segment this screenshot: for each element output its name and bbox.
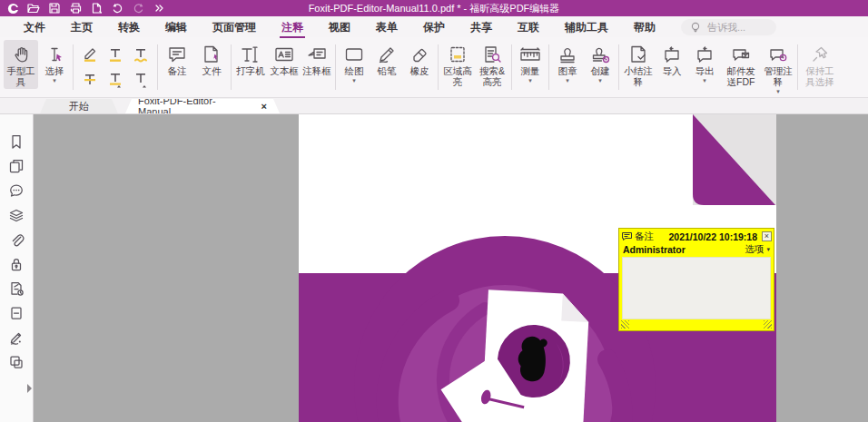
rectangle-shape-icon <box>343 43 365 66</box>
menu-tab-home[interactable]: 主页 <box>58 17 105 37</box>
callout-button[interactable]: 注释框 <box>301 40 333 78</box>
search-highlight-button[interactable]: 搜索&高亮 <box>475 40 509 89</box>
menu-tab-help[interactable]: 帮助 <box>621 17 668 37</box>
manage-comments-button[interactable]: 管理注释 <box>761 40 795 95</box>
file-attachment-comment-label: 文件 <box>202 66 222 77</box>
typewriter-button[interactable]: 打字机 <box>233 40 268 78</box>
redo-button[interactable] <box>131 2 145 15</box>
ribbon-separator <box>157 44 158 90</box>
ribbon-separator <box>335 44 336 90</box>
textbox-button[interactable]: 文本框 <box>268 40 301 78</box>
search-input[interactable] <box>705 21 767 34</box>
drawing-button[interactable]: 绘图 <box>338 40 370 84</box>
mail-fdf-bubble-icon <box>730 43 752 66</box>
select-tool-button[interactable]: 选择 <box>38 40 71 84</box>
menu-tab-comment[interactable]: 注释 <box>269 17 316 37</box>
email-fdf-button[interactable]: 邮件发送FDF <box>721 40 761 89</box>
content-area: 备注 2021/10/22 10:19:18 × Administrator 选… <box>0 114 868 422</box>
sidebar-item-destinations[interactable] <box>5 304 27 322</box>
note-comment-button[interactable]: 备注 <box>160 40 194 78</box>
tab-start-label: 开始 <box>69 100 89 113</box>
menu-tab-edit[interactable]: 编辑 <box>153 17 200 37</box>
sticky-note-popup[interactable]: 备注 2021/10/22 10:19:18 × Administrator 选… <box>618 228 774 331</box>
note-close-button[interactable]: × <box>762 231 772 241</box>
create-stamp-icon <box>589 43 611 66</box>
sidebar-item-ink-signature[interactable] <box>5 329 27 347</box>
menu-tab-connect[interactable]: 互联 <box>505 17 552 37</box>
ribbon-separator <box>231 44 232 90</box>
import-comments-button[interactable]: 导入 <box>656 40 688 78</box>
area-highlight-label: 区域高亮 <box>442 66 473 88</box>
document-canvas[interactable]: 备注 2021/10/22 10:19:18 × Administrator 选… <box>34 114 868 422</box>
menu-tab-file[interactable]: 文件 <box>11 17 58 37</box>
export-comments-label: 导出 <box>695 66 715 83</box>
sidebar-item-security[interactable] <box>5 255 27 273</box>
note-comment-label: 备注 <box>168 66 187 77</box>
stamp-icon <box>557 43 578 66</box>
measure-button[interactable]: 测量 <box>514 40 547 84</box>
area-highlight-icon <box>448 43 468 66</box>
new-document-button[interactable] <box>89 2 104 15</box>
note-options-button[interactable]: 选项 <box>745 243 770 256</box>
note-resize-grip-left[interactable] <box>621 320 629 329</box>
menu-tab-convert[interactable]: 转换 <box>105 17 153 37</box>
sidebar-item-attachments[interactable] <box>5 231 27 249</box>
text-replace-icon[interactable] <box>104 68 126 90</box>
eraser-icon <box>409 43 429 66</box>
print-button[interactable] <box>68 2 83 15</box>
navigation-sidebar <box>0 114 34 422</box>
summarize-comments-label: 小结注释 <box>623 66 654 88</box>
sidebar-item-certificates[interactable] <box>5 280 27 298</box>
manage-comments-icon <box>767 43 789 66</box>
typewriter-label: 打字机 <box>236 66 265 77</box>
tab-close-icon[interactable]: × <box>261 102 267 112</box>
note-resize-grip-right[interactable] <box>764 320 772 329</box>
save-button[interactable] <box>47 2 62 15</box>
ribbon-separator <box>438 44 439 90</box>
summarize-comments-button[interactable]: 小结注释 <box>621 40 656 89</box>
app-window: Foxit-PDF-Editor-Manual11.0.pdf * - 福昕高级… <box>0 0 868 422</box>
sidebar-item-page-thumbnails[interactable] <box>5 157 27 175</box>
text-highlight-icon[interactable] <box>79 44 101 65</box>
area-highlight-button[interactable]: 区域高亮 <box>440 40 475 89</box>
menu-tab-protect[interactable]: 保护 <box>410 17 458 37</box>
tab-start[interactable]: 开始 <box>40 99 118 113</box>
tell-me-search[interactable] <box>681 19 776 35</box>
import-comments-label: 导入 <box>663 66 682 77</box>
sidebar-item-fields[interactable] <box>5 353 27 371</box>
document-tabbar: 开始 Foxit-PDF-Editor-Manual... × <box>0 98 868 114</box>
sidebar-item-layers[interactable] <box>5 206 27 224</box>
create-stamp-button[interactable]: 创建 <box>584 40 616 84</box>
menu-tab-form[interactable]: 表单 <box>363 17 410 37</box>
text-underline-icon[interactable] <box>104 44 126 65</box>
menu-tab-share[interactable]: 共享 <box>458 17 505 37</box>
more-commands-button[interactable] <box>152 2 166 15</box>
sidebar-expand-handle[interactable] <box>27 384 32 393</box>
keep-tool-selected-button[interactable]: 保持工具选择 <box>800 40 840 89</box>
undo-button[interactable] <box>110 2 124 15</box>
tab-document[interactable]: Foxit-PDF-Editor-Manual... × <box>125 99 280 113</box>
typewriter-icon <box>240 43 261 66</box>
export-comments-button[interactable]: 导出 <box>688 40 721 84</box>
pencil-button[interactable]: 铅笔 <box>370 40 403 78</box>
menu-tab-accessibility[interactable]: 辅助工具 <box>552 17 621 37</box>
search-highlight-icon <box>482 43 502 66</box>
create-stamp-label: 创建 <box>591 66 610 83</box>
file-attachment-comment-button[interactable]: 文件 <box>194 40 229 78</box>
sidebar-item-comments[interactable] <box>5 182 27 200</box>
stamp-button[interactable]: 图章 <box>551 40 584 84</box>
eraser-button[interactable]: 橡皮 <box>403 40 436 78</box>
text-strikeout-icon[interactable] <box>79 68 101 90</box>
sidebar-item-bookmarks[interactable] <box>5 132 27 151</box>
menu-tab-organize[interactable]: 页面管理 <box>200 17 269 37</box>
menu-tab-view[interactable]: 视图 <box>316 17 363 37</box>
pushpin-icon <box>810 43 830 66</box>
note-text-area[interactable] <box>622 257 771 319</box>
hand-icon <box>11 43 31 66</box>
text-squiggly-underline-icon[interactable] <box>130 44 152 65</box>
callout-label: 注释框 <box>302 66 331 77</box>
ruler-icon <box>518 43 542 66</box>
open-file-button[interactable] <box>26 2 41 15</box>
hand-tool-button[interactable]: 手型工具 <box>4 40 38 89</box>
text-insert-icon[interactable] <box>130 68 152 90</box>
